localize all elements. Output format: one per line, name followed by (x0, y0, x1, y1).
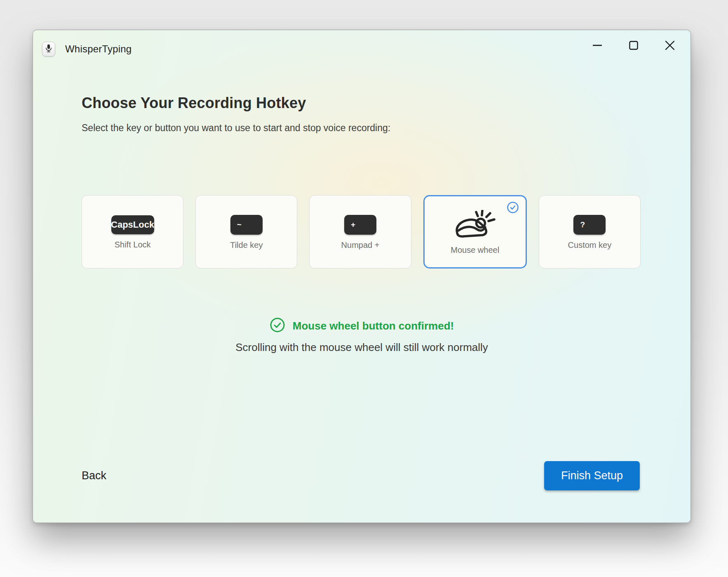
check-circle-icon (507, 201, 519, 215)
finish-setup-button[interactable]: Finish Setup (544, 461, 640, 490)
option-card-shift-lock[interactable]: CapsLock Shift Lock (82, 195, 183, 268)
microphone-icon (45, 43, 53, 55)
keycap-label: CapsLock (111, 219, 154, 230)
minimize-button[interactable] (586, 38, 609, 54)
option-label: Tilde key (230, 240, 263, 250)
titlebar: WhisperTyping (42, 42, 132, 57)
maximize-button[interactable] (622, 38, 645, 54)
back-button[interactable]: Back (82, 469, 106, 482)
close-icon (665, 40, 675, 52)
app-window: WhisperTyping Choose Your Recording Hotk… (33, 30, 691, 523)
option-label: Mouse wheel (451, 245, 499, 255)
hotkey-options: CapsLock Shift Lock ~ Tilde key + Numpad… (82, 195, 641, 268)
minimize-icon (592, 40, 602, 52)
footer: Back Finish Setup (82, 461, 640, 490)
close-button[interactable] (658, 38, 681, 54)
mouse-wheel-icon (453, 210, 496, 240)
selected-check-badge (507, 202, 519, 214)
option-label: Custom key (568, 240, 612, 250)
option-card-mouse-wheel[interactable]: Mouse wheel (423, 195, 527, 268)
app-title: WhisperTyping (65, 43, 132, 55)
window-controls (586, 38, 681, 54)
check-circle-icon (270, 317, 285, 334)
page-title: Choose Your Recording Hotkey (82, 94, 306, 112)
option-card-tilde-key[interactable]: ~ Tilde key (195, 195, 297, 268)
confirmation-text: Mouse wheel button confirmed! (293, 320, 454, 332)
capslock-keycap: CapsLock (111, 215, 154, 234)
page-subtitle: Select the key or button you want to use… (82, 122, 390, 134)
option-label: Numpad + (341, 240, 380, 250)
keycap-label: ? (580, 220, 585, 229)
custom-keycap: ? (573, 215, 606, 235)
tilde-keycap: ~ (230, 215, 263, 235)
keycap-label: ~ (237, 220, 242, 229)
numpad-plus-keycap: + (344, 215, 376, 235)
confirmation-row: Mouse wheel button confirmed! (33, 317, 690, 334)
option-card-numpad-plus[interactable]: + Numpad + (309, 195, 411, 268)
app-icon (42, 42, 55, 57)
maximize-icon (629, 40, 639, 52)
option-card-custom-key[interactable]: ? Custom key (539, 195, 641, 268)
option-label: Shift Lock (115, 240, 151, 250)
confirmation-note: Scrolling with the mouse wheel will stil… (33, 341, 690, 354)
keycap-label: + (351, 220, 355, 229)
